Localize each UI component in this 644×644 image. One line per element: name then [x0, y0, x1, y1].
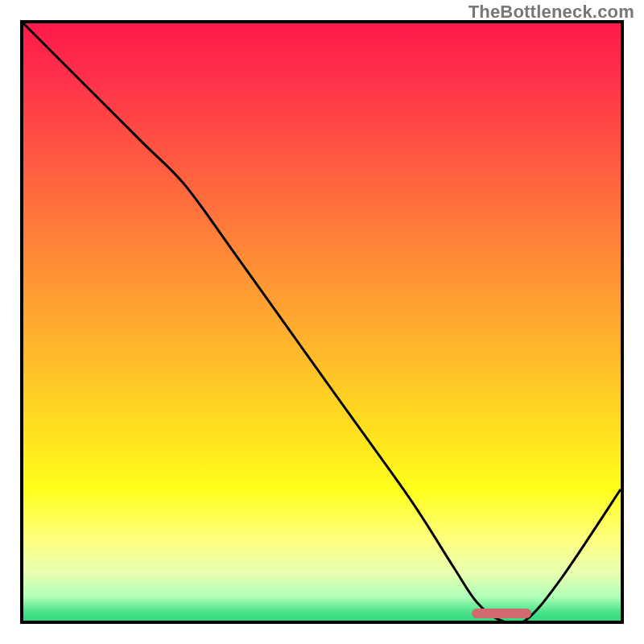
- bottleneck-chart: TheBottleneck.com: [0, 0, 644, 644]
- plot-gradient-background: [23, 23, 621, 621]
- svg-rect-0: [23, 23, 621, 621]
- plot-frame: [20, 20, 624, 624]
- optimal-marker: [472, 609, 531, 618]
- watermark-text: TheBottleneck.com: [469, 2, 634, 23]
